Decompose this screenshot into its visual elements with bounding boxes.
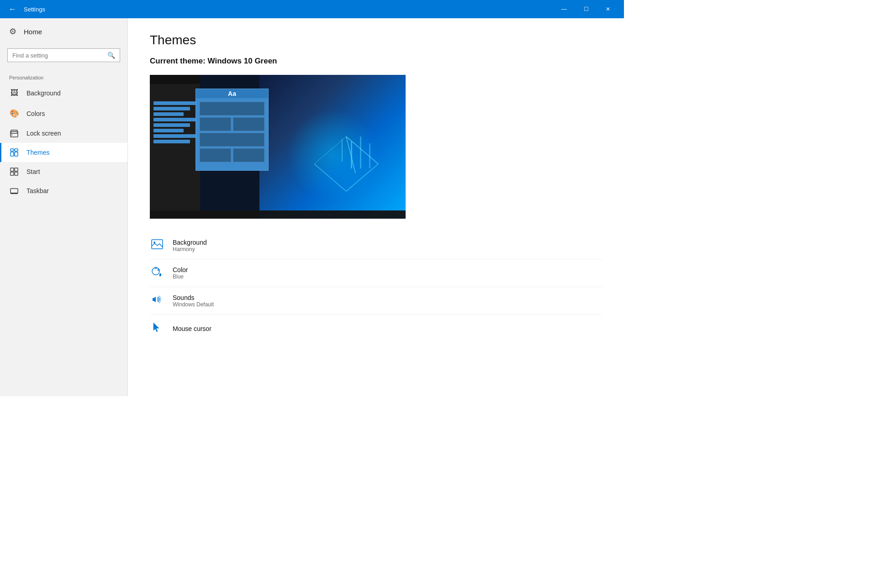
svg-rect-8 bbox=[11, 168, 14, 171]
theme-info-name: Mouse cursor bbox=[173, 325, 211, 332]
main-content: Themes Current theme: Windows 10 Green bbox=[128, 18, 624, 396]
titlebar-title: Settings bbox=[24, 6, 554, 13]
svg-rect-5 bbox=[15, 149, 18, 151]
color-icon bbox=[150, 266, 164, 280]
maximize-button[interactable]: ☐ bbox=[576, 0, 597, 18]
minimize-button[interactable]: — bbox=[554, 0, 575, 18]
svg-rect-7 bbox=[15, 152, 18, 156]
background-icon bbox=[150, 239, 164, 252]
preview-dialog: Aa bbox=[195, 89, 269, 171]
preview-dialog-body bbox=[196, 98, 268, 166]
svg-point-26 bbox=[155, 267, 157, 269]
search-input[interactable] bbox=[12, 52, 107, 59]
svg-rect-1 bbox=[11, 132, 17, 136]
preview-sidebar-item bbox=[153, 112, 184, 116]
preview-sidebar bbox=[150, 88, 200, 147]
theme-info-color[interactable]: Color Blue bbox=[150, 259, 602, 287]
svg-line-16 bbox=[314, 164, 346, 191]
theme-info-sounds[interactable]: Sounds Windows Default bbox=[150, 287, 602, 315]
preview-sidebar-item bbox=[153, 123, 190, 127]
back-button[interactable]: ← bbox=[5, 2, 19, 16]
sidebar-item-label: Lock screen bbox=[26, 130, 61, 137]
home-label: Home bbox=[24, 28, 42, 36]
svg-rect-28 bbox=[153, 298, 154, 301]
sidebar-item-label: Themes bbox=[26, 149, 50, 156]
preview-left-panel bbox=[150, 75, 200, 210]
preview-dialog-cell bbox=[200, 117, 231, 131]
section-label: Personalization bbox=[0, 69, 127, 83]
sidebar-item-colors[interactable]: 🎨 Colors bbox=[0, 103, 127, 124]
theme-info-value: Harmony bbox=[173, 246, 207, 252]
preview-sidebar-item bbox=[153, 118, 196, 121]
theme-info-text: Background Harmony bbox=[173, 239, 207, 252]
sidebar-home[interactable]: ⚙ Home bbox=[0, 18, 127, 45]
svg-rect-10 bbox=[11, 172, 14, 175]
preview-dialog-title: Aa bbox=[196, 89, 268, 98]
theme-info-background[interactable]: Background Harmony bbox=[150, 232, 602, 259]
preview-dialog-cell bbox=[200, 133, 264, 147]
search-icon: 🔍 bbox=[107, 52, 115, 59]
theme-info-name: Background bbox=[173, 239, 207, 246]
svg-rect-21 bbox=[369, 143, 370, 168]
background-icon: 🖼 bbox=[9, 89, 19, 98]
themes-icon bbox=[9, 148, 19, 157]
theme-info-text: Color Blue bbox=[173, 266, 188, 280]
svg-rect-9 bbox=[15, 168, 18, 171]
theme-preview: Aa bbox=[150, 75, 406, 219]
svg-rect-12 bbox=[11, 189, 18, 193]
app-layout: ⚙ Home 🔍 Personalization 🖼 Background 🎨 … bbox=[0, 18, 624, 396]
page-title: Themes bbox=[150, 33, 602, 47]
theme-info-name: Sounds bbox=[173, 294, 214, 301]
sidebar-item-start[interactable]: Start bbox=[0, 162, 127, 181]
sidebar-item-label: Background bbox=[26, 89, 61, 97]
window-controls: — ☐ ✕ bbox=[554, 0, 618, 18]
sidebar-item-label: Taskbar bbox=[26, 187, 49, 194]
sidebar-item-label: Colors bbox=[26, 110, 45, 117]
preview-dialog-cell bbox=[233, 117, 264, 131]
theme-info-text: Sounds Windows Default bbox=[173, 294, 214, 308]
preview-sidebar-item bbox=[153, 129, 184, 132]
svg-rect-22 bbox=[342, 139, 343, 162]
sidebar-item-label: Start bbox=[26, 168, 40, 175]
svg-line-18 bbox=[314, 136, 346, 164]
theme-info-list: Background Harmony Color Blue bbox=[150, 232, 602, 342]
mouse-cursor-icon bbox=[150, 321, 164, 336]
lock-screen-icon bbox=[9, 129, 19, 137]
theme-info-value: Windows Default bbox=[173, 301, 214, 308]
sidebar-item-background[interactable]: 🖼 Background bbox=[0, 83, 127, 103]
svg-rect-4 bbox=[11, 149, 14, 151]
close-button[interactable]: ✕ bbox=[597, 0, 618, 18]
sidebar: ⚙ Home 🔍 Personalization 🖼 Background 🎨 … bbox=[0, 18, 128, 396]
preview-dialog-cell bbox=[233, 148, 264, 162]
search-container: 🔍 bbox=[0, 45, 127, 69]
preview-sidebar-item bbox=[153, 107, 190, 110]
titlebar: ← Settings — ☐ ✕ bbox=[0, 0, 624, 18]
svg-rect-13 bbox=[11, 193, 18, 194]
preview-dialog-cell bbox=[200, 102, 264, 116]
svg-rect-6 bbox=[11, 152, 14, 156]
svg-rect-19 bbox=[351, 141, 352, 168]
theme-info-text: Mouse cursor bbox=[173, 325, 211, 332]
svg-rect-0 bbox=[11, 131, 18, 137]
svg-point-24 bbox=[153, 242, 155, 243]
sidebar-item-themes[interactable]: Themes bbox=[0, 143, 127, 162]
taskbar-icon bbox=[9, 187, 19, 195]
sidebar-item-taskbar[interactable]: Taskbar bbox=[0, 181, 127, 200]
theme-info-mouse-cursor[interactable]: Mouse cursor bbox=[150, 315, 602, 342]
wallpaper bbox=[259, 75, 406, 219]
preview-sidebar-item bbox=[153, 140, 190, 143]
theme-info-name: Color bbox=[173, 266, 188, 273]
sidebar-item-lock-screen[interactable]: Lock screen bbox=[0, 124, 127, 143]
preview-sidebar-item bbox=[153, 101, 196, 105]
sounds-icon bbox=[150, 294, 164, 308]
search-box: 🔍 bbox=[7, 48, 120, 62]
svg-rect-20 bbox=[360, 136, 361, 168]
preview-taskbar bbox=[150, 210, 406, 219]
theme-info-value: Blue bbox=[173, 273, 188, 280]
svg-rect-11 bbox=[15, 172, 18, 175]
colors-icon: 🎨 bbox=[9, 109, 19, 118]
svg-point-27 bbox=[158, 269, 160, 271]
current-theme-label: Current theme: Windows 10 Green bbox=[150, 57, 602, 66]
preview-dialog-cell bbox=[200, 148, 231, 162]
preview-sidebar-item bbox=[153, 134, 196, 138]
